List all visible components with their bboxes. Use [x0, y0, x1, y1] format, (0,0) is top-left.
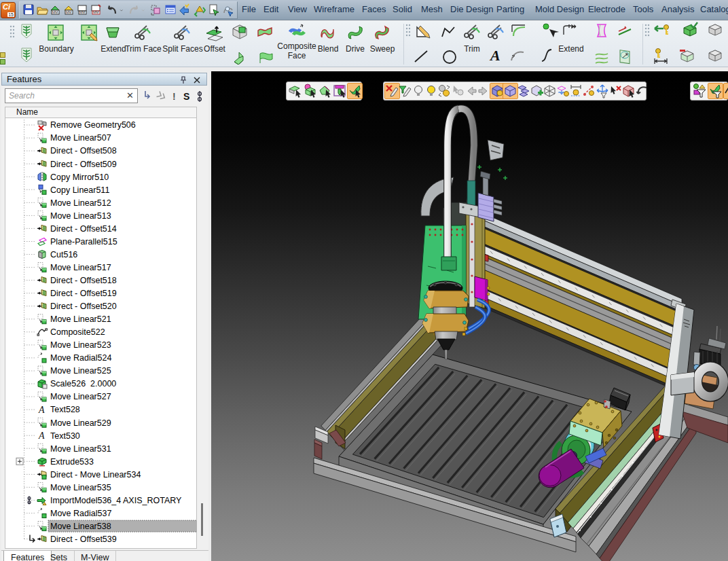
- svg-text:!: !: [172, 91, 176, 102]
- svg-text:Direct - Offset509: Direct - Offset509: [50, 160, 117, 169]
- svg-text:Move Radial537: Move Radial537: [50, 509, 111, 518]
- svg-text:Move Linear535: Move Linear535: [50, 483, 111, 492]
- svg-text:Move Linear525: Move Linear525: [50, 366, 111, 376]
- svg-text:Copy Mirror510: Copy Mirror510: [50, 173, 109, 182]
- svg-text:Move Linear512: Move Linear512: [50, 198, 111, 208]
- svg-text:Direct - Offset539: Direct - Offset539: [50, 535, 117, 544]
- svg-text:MM: MM: [66, 10, 71, 14]
- svg-text:Cut516: Cut516: [50, 250, 77, 259]
- svg-text:Move Linear529: Move Linear529: [50, 418, 111, 428]
- svg-text:Move Linear507: Move Linear507: [50, 133, 111, 143]
- svg-text:MM: MM: [52, 10, 58, 14]
- svg-text:Copy Linear511: Copy Linear511: [50, 185, 109, 195]
- svg-text:Direct - Offset514: Direct - Offset514: [50, 224, 117, 234]
- svg-text:Move Linear521: Move Linear521: [50, 314, 111, 324]
- svg-text:MM: MM: [93, 10, 98, 14]
- svg-text:Extrude533: Extrude533: [50, 457, 94, 467]
- svg-text:Move Linear523: Move Linear523: [50, 340, 111, 350]
- svg-text:Move Radial524: Move Radial524: [50, 353, 111, 363]
- svg-text:Direct - Move Linear534: Direct - Move Linear534: [50, 470, 141, 479]
- svg-text:Composite522: Composite522: [50, 327, 105, 337]
- svg-text:Move Linear531: Move Linear531: [50, 444, 111, 454]
- svg-text:Move Linear517: Move Linear517: [50, 263, 111, 272]
- svg-text:Scale526 2.0000: Scale526 2.0000: [50, 379, 116, 388]
- svg-text:Text528: Text528: [50, 405, 80, 414]
- svg-text:Move Linear538: Move Linear538: [50, 522, 111, 531]
- svg-text:Direct - Offset508: Direct - Offset508: [50, 146, 117, 156]
- svg-text:Move Linear527: Move Linear527: [50, 392, 111, 401]
- svg-text:Direct - Offset520: Direct - Offset520: [50, 302, 117, 311]
- svg-text:S: S: [183, 91, 189, 102]
- svg-text:Direct - Offset518: Direct - Offset518: [50, 276, 117, 285]
- svg-text:Remove Geometry506: Remove Geometry506: [50, 120, 136, 130]
- svg-text:MM: MM: [79, 10, 85, 14]
- svg-text:Direct - Offset519: Direct - Offset519: [50, 289, 117, 298]
- svg-text:ImportModel536_4 AXIS_ROTARY: ImportModel536_4 AXIS_ROTARY: [50, 496, 182, 505]
- svg-text:Move Linear513: Move Linear513: [50, 211, 111, 221]
- svg-text:Text530: Text530: [50, 431, 80, 441]
- svg-text:Plane-Parallel515: Plane-Parallel515: [50, 237, 117, 247]
